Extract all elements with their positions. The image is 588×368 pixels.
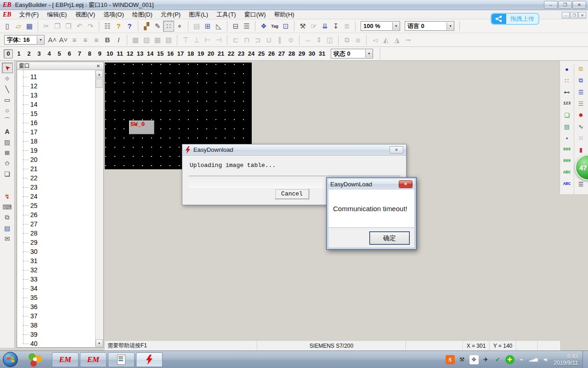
snap-toggle-icon[interactable]: ⌖ — [174, 21, 185, 32]
tree-item-window-12[interactable]: 12 — [17, 81, 95, 91]
dither-tool-icon[interactable]: ▨ — [2, 137, 13, 147]
state-number-19[interactable]: 19 — [196, 50, 206, 57]
same-size-icon[interactable]: ◫ — [324, 34, 335, 46]
font-enlarge-icon[interactable]: A˄ — [47, 34, 58, 46]
select-cursor-icon[interactable]: ➤ — [2, 63, 13, 73]
minimize-button[interactable]: – — [544, 1, 558, 9]
dialog-title-bar[interactable]: EasyDownLoad ✕ — [328, 179, 415, 189]
keyboard-tool-icon[interactable]: ⌨ — [2, 201, 13, 212]
bit-lamp-icon[interactable]: ● — [561, 63, 572, 75]
mdi-minimize-button[interactable]: – — [562, 12, 570, 18]
task-project-manager[interactable] — [108, 352, 135, 367]
driver-tray-icon[interactable]: ✈ — [481, 355, 491, 364]
menu-w[interactable]: 窗口(W) — [240, 11, 270, 19]
alarm-display-icon[interactable]: ✹ — [576, 109, 587, 121]
pattern-style-icon[interactable]: ▦ — [152, 34, 163, 46]
expand-left-icon[interactable]: ⊢ — [202, 34, 213, 46]
center-vertical-icon[interactable]: ∥ — [274, 34, 285, 46]
ruler-icon[interactable]: ◺ — [213, 21, 224, 32]
direct-window-icon[interactable]: ⧉ — [576, 75, 587, 86]
tree-item-window-28[interactable]: 28 — [17, 229, 95, 238]
state-number-2[interactable]: 2 — [24, 50, 34, 57]
window-tree-toggle-icon[interactable]: ⊟ — [230, 21, 241, 32]
expand-up-icon[interactable]: ⊤ — [180, 34, 191, 46]
center-horizontal-icon[interactable]: ≎ — [285, 34, 296, 46]
save-icon[interactable]: ▦ — [24, 21, 35, 32]
italic-icon[interactable]: I — [113, 34, 124, 46]
trend-display-icon[interactable]: ∿ — [576, 121, 587, 132]
state-number-16[interactable]: 16 — [165, 50, 175, 57]
menu-p[interactable]: 元件(P) — [157, 11, 185, 19]
state-number-26[interactable]: 26 — [266, 50, 277, 57]
download-list-icon[interactable]: ⇊ — [319, 21, 330, 32]
bar-graph-icon[interactable]: ▮ — [576, 144, 587, 155]
tree-item-window-34[interactable]: 34 — [17, 284, 95, 293]
state-number-10[interactable]: 10 — [105, 50, 115, 57]
tree-item-window-25[interactable]: 25 — [17, 201, 95, 210]
state-number-15[interactable]: 15 — [155, 50, 165, 57]
tree-item-window-40[interactable]: 40 — [17, 339, 95, 347]
usb-tray-icon[interactable]: ✔ — [493, 355, 503, 364]
task-em-2[interactable]: EM — [80, 352, 107, 367]
volume-tray-icon[interactable]: ◀) — [541, 355, 550, 364]
word-lamp-icon[interactable]: ∷ — [561, 75, 572, 86]
text-tool-icon[interactable]: A — [2, 126, 13, 137]
tree-item-window-21[interactable]: 21 — [17, 164, 95, 173]
word-switch-icon[interactable]: 123 — [561, 98, 572, 109]
window-tree-header[interactable]: 窗口 ✕ — [17, 62, 103, 70]
state-number-11[interactable]: 11 — [115, 50, 125, 57]
state-number-4[interactable]: 4 — [44, 50, 54, 57]
compile-icon[interactable]: ⚒ — [297, 21, 308, 32]
netdisk-tray-icon[interactable]: ❖ — [469, 355, 479, 364]
tree-item-window-19[interactable]: 19 — [17, 146, 95, 155]
start-button[interactable] — [3, 352, 18, 367]
menu-t[interactable]: 工具(T) — [212, 11, 240, 19]
arc-tool-icon[interactable]: ⌒ — [2, 115, 13, 126]
network-tray-icon[interactable]: ▂▄▆ — [529, 355, 538, 364]
numeric-input-icon[interactable]: 999 — [561, 144, 572, 155]
state-number-29[interactable]: 29 — [297, 50, 307, 57]
state-number-12[interactable]: 12 — [125, 50, 135, 57]
same-width-icon[interactable]: ⇔ — [302, 34, 313, 46]
menu-d[interactable]: 绘图(D) — [128, 11, 157, 19]
scroll-down-icon[interactable]: ▼ — [96, 339, 103, 347]
task-easydownload[interactable] — [136, 352, 163, 367]
cancel-button[interactable]: Cancel — [275, 189, 309, 199]
frame-tool-icon[interactable]: ❏ — [2, 168, 13, 179]
state-number-5[interactable]: 5 — [54, 50, 64, 57]
menu-v[interactable]: 视图(V) — [71, 11, 99, 19]
download-icon[interactable]: ↧ — [330, 21, 341, 32]
line-style-icon[interactable]: ▨ — [141, 34, 152, 46]
cut-icon[interactable]: ✂ — [41, 21, 52, 32]
tree-item-window-30[interactable]: 30 — [17, 247, 95, 256]
window-attribute-icon[interactable]: ▤ — [191, 21, 202, 32]
context-help-icon[interactable]: ? — [124, 21, 135, 32]
state-number-27[interactable]: 27 — [277, 50, 287, 57]
line-tool-icon[interactable]: ╲ — [2, 84, 13, 94]
function-switch-icon[interactable]: ❏ — [561, 109, 572, 121]
tree-item-window-15[interactable]: 15 — [17, 109, 95, 118]
rotate-icon[interactable]: ◮ — [391, 34, 402, 46]
xy-plot-icon[interactable]: ⁙ — [576, 132, 587, 144]
state-number-13[interactable]: 13 — [135, 50, 145, 57]
state-number-28[interactable]: 28 — [287, 50, 297, 57]
ungroup-icon[interactable]: ⧈ — [352, 34, 363, 46]
tree-item-window-36[interactable]: 36 — [17, 302, 95, 311]
library-icon[interactable]: ▞ — [141, 21, 152, 32]
state-number-14[interactable]: 14 — [145, 50, 155, 57]
tree-item-window-22[interactable]: 22 — [17, 173, 95, 183]
sogou-tray-icon[interactable]: S — [446, 355, 455, 364]
tree-item-window-24[interactable]: 24 — [17, 192, 95, 201]
tree-item-window-14[interactable]: 14 — [17, 100, 95, 109]
state-number-17[interactable]: 17 — [175, 50, 186, 57]
ascii-input-icon[interactable]: ABC — [561, 167, 572, 178]
flip-horizontal-icon[interactable]: ◅ — [369, 34, 380, 46]
tree-item-window-16[interactable]: 16 — [17, 118, 95, 127]
state-number-21[interactable]: 21 — [216, 50, 226, 57]
tool-tray-icon[interactable]: ⚒ — [458, 355, 467, 364]
grid-toggle-icon[interactable]: ∷ — [163, 21, 174, 32]
browser-launcher-icon[interactable] — [28, 353, 42, 367]
state-number-1[interactable]: 1 — [14, 50, 24, 57]
shadow-style-icon[interactable]: ▧ — [163, 34, 174, 46]
paste-icon[interactable]: ❒ — [63, 21, 74, 32]
